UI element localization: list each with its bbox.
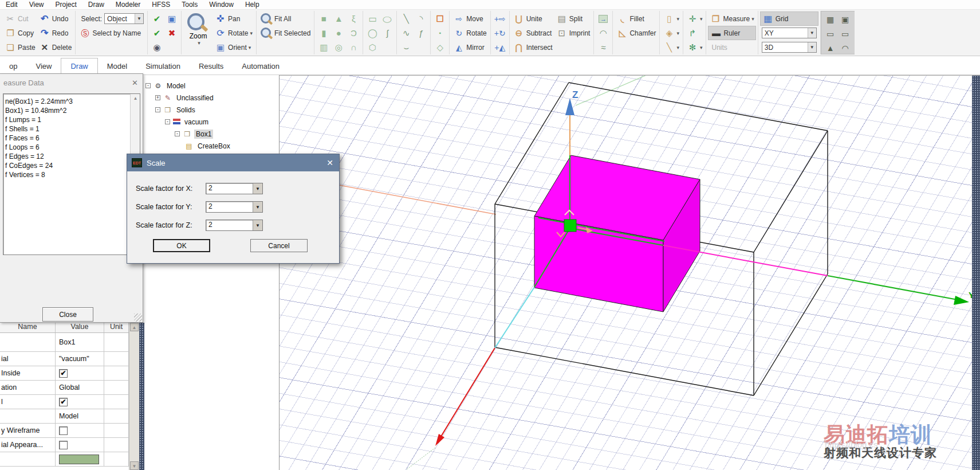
tree-expander[interactable]: - xyxy=(165,119,170,124)
table-row[interactable]: Inside xyxy=(0,366,139,381)
toolbar-button[interactable]: ↷ Redo xyxy=(37,26,74,40)
checkbox[interactable] xyxy=(59,398,68,406)
toolbar-button[interactable]: ⊖ Subtract xyxy=(511,26,554,40)
toolbar-button[interactable]: ▣ Orient ▾ xyxy=(213,40,254,54)
property-value[interactable] xyxy=(56,424,104,437)
property-value[interactable] xyxy=(56,395,104,409)
toolbar-button[interactable]: ƒ xyxy=(414,26,428,40)
toolbar-button[interactable]: ↻ Rotate xyxy=(451,26,488,40)
toolbar-button[interactable]: ☐ xyxy=(432,11,447,26)
menu-item[interactable]: Edit xyxy=(0,0,23,9)
box1-solid[interactable] xyxy=(534,155,700,312)
toolbar-button[interactable]: ╲ xyxy=(399,11,414,26)
toolbar-button[interactable]: ≈ xyxy=(596,40,611,54)
toolbar-button[interactable]: ◭ Mirror xyxy=(451,40,488,54)
table-row[interactable]: ial Appeara... xyxy=(0,438,139,452)
toolbar-button[interactable]: ▣ xyxy=(164,11,179,26)
toolbar-button[interactable]: ξ xyxy=(346,11,361,26)
table-row[interactable]: y Wireframe xyxy=(0,424,139,438)
toolbar-button[interactable]: ↱ xyxy=(685,26,705,40)
combo-arrow-icon[interactable]: ▼ xyxy=(808,42,816,52)
toolbar-button[interactable]: ◈ ▾ xyxy=(662,26,681,40)
select-mode-combo[interactable]: Object ▼ xyxy=(104,13,144,24)
grid-plane-combo[interactable]: XY ▼ xyxy=(762,28,817,38)
toolbar-button[interactable]: ◝ xyxy=(414,11,428,26)
close-icon[interactable]: ✕ xyxy=(326,158,333,167)
scroll-up-icon[interactable]: ▲ xyxy=(130,323,139,331)
toolbar-button[interactable]: ▯ ▾ xyxy=(662,11,681,26)
toolbar-button[interactable]: ✜ Pan xyxy=(213,11,254,26)
tree-row[interactable]: - vacuum xyxy=(143,116,279,128)
table-row[interactable]: Box1 xyxy=(0,333,139,352)
scale-factor-combo[interactable]: 2 ▼ xyxy=(206,220,263,231)
toolbar-button[interactable]: → xyxy=(596,11,611,26)
properties-scrollbar[interactable]: ▲ ▼ xyxy=(129,323,139,470)
toolbar-button[interactable]: ✻ ▾ xyxy=(685,40,705,54)
menu-item[interactable]: HFSS xyxy=(146,0,176,9)
toolbar-button[interactable]: ◟ Fillet xyxy=(615,11,658,26)
toolbar-button[interactable]: ⊡ Imprint xyxy=(554,26,592,40)
menu-item[interactable]: Window xyxy=(203,0,239,9)
ok-button[interactable]: OK xyxy=(153,239,210,252)
tree-expander[interactable]: - xyxy=(175,131,180,136)
toolbar-button[interactable]: ❐ Copy xyxy=(3,26,37,40)
toolbar-button[interactable]: ▭ xyxy=(365,11,380,26)
toolbar-button[interactable]: ◯ xyxy=(380,11,395,26)
toolbar-button[interactable]: ⇨ Move xyxy=(451,11,488,26)
toolbar-button[interactable]: ▲ xyxy=(331,11,346,26)
tree-row[interactable]: - ❒ Solids xyxy=(143,104,279,116)
table-row[interactable] xyxy=(0,452,139,467)
select-by-name-button[interactable]: Ⓢ Select by Name xyxy=(77,26,145,40)
toolbar-button[interactable]: ▤ Split xyxy=(554,11,592,26)
property-value[interactable] xyxy=(56,452,104,466)
ribbon-tab[interactable]: op xyxy=(0,58,26,75)
toolbar-button[interactable]: ▣ xyxy=(838,12,853,26)
property-value[interactable] xyxy=(56,438,104,452)
property-value[interactable] xyxy=(56,366,104,380)
combo-arrow-icon[interactable]: ▼ xyxy=(808,28,816,38)
ribbon-tab[interactable]: Simulation xyxy=(136,58,190,75)
measure-button[interactable]: ❒ Measure ▾ xyxy=(708,11,755,26)
toolbar-button[interactable]: Fit All xyxy=(258,11,312,26)
scale-factor-combo[interactable]: 2 ▼ xyxy=(206,201,263,213)
ruler-toggle[interactable]: ▬ Ruler xyxy=(708,26,755,40)
close-button[interactable]: Close xyxy=(42,307,93,322)
toolbar-button[interactable]: ◎ xyxy=(331,40,346,54)
tree-row[interactable]: ▤ CreateBox xyxy=(143,140,279,152)
menu-item[interactable]: View xyxy=(23,0,50,9)
toolbar-button[interactable]: ✛ ▾ xyxy=(685,11,705,26)
property-value[interactable]: "vacuum" xyxy=(56,352,104,366)
toolbar-button[interactable]: Fit Selected xyxy=(258,26,312,40)
toolbar-button[interactable]: ▦ xyxy=(823,12,838,26)
toolbar-button[interactable]: ▥ xyxy=(316,40,331,54)
toolbar-button[interactable]: ◺ Chamfer xyxy=(615,26,658,40)
table-row[interactable]: Model xyxy=(0,409,139,424)
toolbar-button[interactable]: ʃ xyxy=(380,26,395,40)
tree-expander[interactable]: + xyxy=(155,95,160,100)
scroll-up-icon[interactable]: ▲ xyxy=(131,94,140,103)
ribbon-tab[interactable]: Automation xyxy=(233,58,289,75)
toolbar-button[interactable]: ✔ xyxy=(149,26,164,40)
menu-item[interactable]: Project xyxy=(49,0,82,9)
toolbar-button[interactable]: +◭ xyxy=(493,40,507,54)
table-row[interactable]: ial "vacuum" xyxy=(0,352,139,366)
tree-expander[interactable]: - xyxy=(145,83,151,88)
toolbar-button[interactable]: ✕ Delete xyxy=(37,40,74,54)
combo-arrow-icon[interactable]: ▼ xyxy=(135,14,143,23)
toolbar-button[interactable]: ▭ xyxy=(823,26,838,41)
toolbar-button[interactable]: ❏ Paste xyxy=(3,40,37,54)
resize-grip[interactable] xyxy=(134,314,142,322)
toolbar-button[interactable]: ▮ xyxy=(316,26,331,40)
ribbon-tab[interactable]: Draw xyxy=(61,58,97,75)
toolbar-button[interactable]: ✖ xyxy=(164,26,179,40)
combo-arrow-icon[interactable]: ▼ xyxy=(253,183,262,194)
toolbar-button[interactable]: ◠ xyxy=(596,26,611,40)
checkbox[interactable] xyxy=(59,369,68,378)
tree-expander[interactable]: - xyxy=(155,107,160,112)
color-swatch[interactable] xyxy=(59,455,99,464)
menu-item[interactable]: Modeler xyxy=(110,0,146,9)
scroll-down-icon[interactable]: ▼ xyxy=(130,461,139,470)
cancel-button[interactable]: Cancel xyxy=(250,239,308,252)
property-value[interactable]: Global xyxy=(56,381,104,394)
toolbar-button[interactable]: ◇ xyxy=(432,40,447,54)
